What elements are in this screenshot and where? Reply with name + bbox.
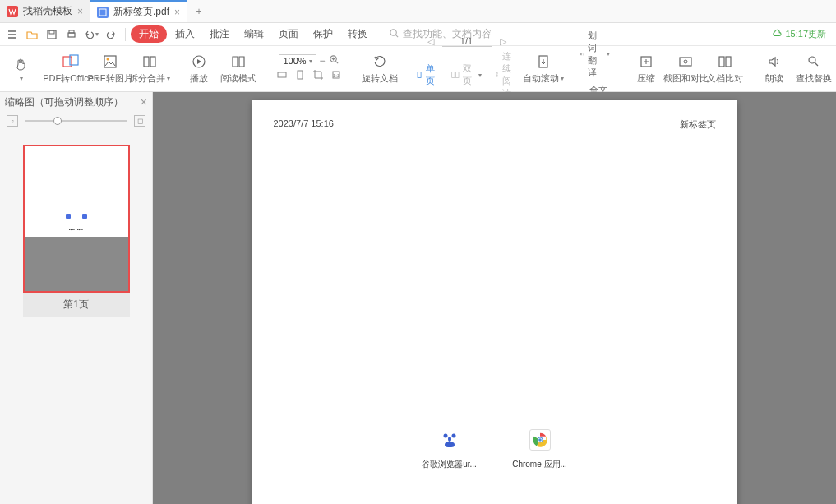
menu-page[interactable]: 页面 xyxy=(272,27,305,41)
svg-rect-17 xyxy=(298,71,303,79)
compress-button[interactable]: 压缩 xyxy=(628,51,664,86)
large-thumb-icon[interactable]: ◻ xyxy=(134,115,145,127)
small-thumb-icon[interactable]: ▫ xyxy=(7,115,18,127)
svg-point-29 xyxy=(684,60,687,63)
tab-pdf[interactable]: 新标签页.pdf × xyxy=(90,0,187,22)
screenshot-icon xyxy=(677,53,695,71)
select-translate-button[interactable]: 划词翻译▾ xyxy=(575,28,615,81)
split-merge-icon xyxy=(141,53,159,71)
svg-rect-23 xyxy=(496,73,497,75)
fit-width-icon[interactable] xyxy=(276,69,288,83)
page-header-left: 2023/7/7 15:16 xyxy=(274,118,334,131)
page-header-right: 新标签页 xyxy=(680,118,716,131)
hand-icon xyxy=(12,55,30,73)
svg-text:1:1: 1:1 xyxy=(333,73,340,78)
svg-point-36 xyxy=(451,434,455,438)
book-icon xyxy=(229,53,247,71)
svg-rect-28 xyxy=(680,58,691,66)
pdf-to-office-button[interactable]: PDF转Office▾ xyxy=(53,51,89,86)
read-aloud-button[interactable]: 朗读 xyxy=(756,51,792,86)
compress-icon xyxy=(637,53,655,71)
thumbnail-sidebar: 缩略图（可拖动调整顺序） × ▫ ◻ ▪▪▪▪ ▪▪▪▪ 第1页 xyxy=(0,92,153,504)
separator xyxy=(125,28,126,41)
crop-icon[interactable] xyxy=(312,69,324,83)
slider-knob[interactable] xyxy=(53,117,62,125)
menu-protect[interactable]: 保护 xyxy=(307,27,339,41)
svg-point-35 xyxy=(443,434,447,438)
tab-template[interactable]: 找稻壳模板 × xyxy=(0,0,90,22)
convert-image-icon xyxy=(101,53,119,71)
zoom-out-icon[interactable]: − xyxy=(320,55,326,67)
close-icon[interactable]: × xyxy=(77,6,83,17)
menu-insert[interactable]: 插入 xyxy=(169,27,201,41)
single-page-button[interactable]: 单页 xyxy=(411,61,443,89)
search-icon xyxy=(389,28,400,41)
tab-bar: 找稻壳模板 × 新标签页.pdf × + xyxy=(0,0,836,23)
play-button[interactable]: 播放 xyxy=(181,51,217,86)
rotate-icon xyxy=(371,53,389,71)
thumbnail-label: 第1页 xyxy=(23,293,130,317)
doc-compare-button[interactable]: 文档比对 xyxy=(707,51,743,86)
svg-rect-21 xyxy=(452,72,455,78)
shortcut-label: Chrome 应用... xyxy=(512,459,567,470)
find-replace-button[interactable]: 查找替换 xyxy=(796,51,832,86)
thumbnail-preview: ▪▪▪▪ ▪▪▪▪ xyxy=(23,145,130,293)
save-icon[interactable] xyxy=(43,25,61,44)
sync-status[interactable]: 15:17更新 xyxy=(771,28,833,40)
time-label: 15:17更新 xyxy=(785,28,826,40)
svg-point-11 xyxy=(107,58,109,61)
thumbnail-size-slider: ▫ ◻ xyxy=(0,112,152,130)
menu-icon[interactable] xyxy=(3,25,21,44)
translate-icon xyxy=(580,49,584,59)
menu-edit[interactable]: 编辑 xyxy=(238,27,270,41)
auto-scroll-button[interactable]: 自动滚动▾ xyxy=(525,51,561,86)
double-page-button[interactable]: 双页▾ xyxy=(446,61,487,89)
split-merge-button[interactable]: 拆分合并▾ xyxy=(132,51,168,86)
zoom-select[interactable]: 100%▾ xyxy=(279,54,316,67)
thumbnail-item[interactable]: ▪▪▪▪ ▪▪▪▪ 第1页 xyxy=(23,145,130,317)
play-icon xyxy=(190,53,208,71)
convert-office-icon xyxy=(62,53,80,71)
read-mode-button[interactable]: 阅读模式 xyxy=(220,51,256,86)
baidu-icon xyxy=(439,429,460,451)
menu-annotate[interactable]: 批注 xyxy=(203,27,236,41)
shortcut-item: Chrome 应用... xyxy=(510,429,570,470)
svg-rect-10 xyxy=(104,56,116,67)
zoom-in-icon[interactable] xyxy=(329,54,339,67)
sidebar-header: 缩略图（可拖动调整顺序） × xyxy=(0,92,152,112)
tab-add-button[interactable]: + xyxy=(187,0,210,22)
hand-tool-button[interactable]: ▾ xyxy=(3,53,39,84)
slider-track[interactable] xyxy=(25,120,127,122)
continuous-icon xyxy=(495,70,499,80)
undo-icon[interactable]: ▾ xyxy=(82,25,100,44)
speaker-icon xyxy=(765,53,783,71)
pdf-to-image-button[interactable]: PDF转图片 xyxy=(92,51,128,86)
document-viewer[interactable]: 2023/7/7 15:16 新标签页 谷歌浏览器ur... Chrome 应用… xyxy=(153,92,836,504)
svg-point-7 xyxy=(390,29,396,35)
menu-convert[interactable]: 转换 xyxy=(341,27,374,41)
page-navigator: ◁ 1/1 ▷ xyxy=(424,36,510,47)
redo-icon[interactable] xyxy=(102,25,120,44)
thumbnail-list: ▪▪▪▪ ▪▪▪▪ 第1页 xyxy=(0,130,152,504)
svg-rect-13 xyxy=(150,57,155,67)
sidebar-title: 缩略图（可拖动调整顺序） xyxy=(5,95,123,109)
screenshot-compare-button[interactable]: 截图和对比 xyxy=(667,51,704,86)
fit-page-icon[interactable] xyxy=(294,69,306,83)
svg-rect-31 xyxy=(726,57,731,67)
menu-start[interactable]: 开始 xyxy=(131,25,167,43)
actual-size-icon[interactable]: 1:1 xyxy=(330,69,342,83)
close-icon[interactable]: × xyxy=(141,95,147,109)
open-icon[interactable] xyxy=(23,25,41,44)
shortcut-label: 谷歌浏览器ur... xyxy=(422,459,477,470)
next-page-icon[interactable]: ▷ xyxy=(497,36,510,47)
svg-rect-30 xyxy=(719,57,724,67)
prev-page-icon[interactable]: ◁ xyxy=(424,36,437,47)
page-indicator[interactable]: 1/1 xyxy=(442,36,492,47)
wps-icon xyxy=(7,6,18,17)
rotate-button[interactable]: 旋转文档 xyxy=(362,51,398,86)
svg-rect-12 xyxy=(144,57,149,67)
print-icon[interactable] xyxy=(62,25,81,44)
close-icon[interactable]: × xyxy=(174,7,180,18)
svg-rect-22 xyxy=(456,72,459,78)
toolbar: ▾ PDF转Office▾ PDF转图片 拆分合并▾ 播放 阅读模式 100%▾… xyxy=(0,46,836,92)
